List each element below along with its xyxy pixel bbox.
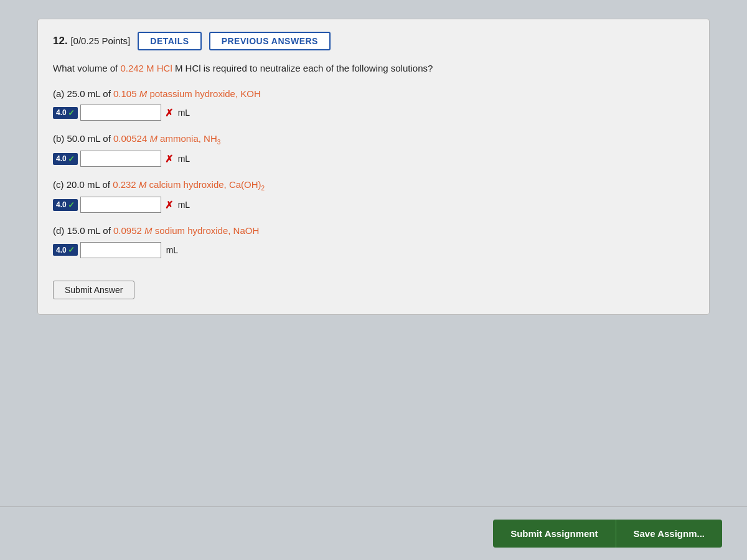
score-badge-d: 4.0 ✓ <box>53 244 78 256</box>
sub-question-d-label: (d) 15.0 mL of 0.0952 M sodium hydroxide… <box>53 224 694 238</box>
score-badge-b: 4.0 ✓ <box>53 153 78 165</box>
unit-a: mL <box>178 108 190 118</box>
sub-question-b-label: (b) 50.0 mL of 0.00524 M ammonia, NH3 <box>53 132 694 147</box>
x-mark-b: ✗ <box>165 153 173 165</box>
answer-row-a: 4.0 ✓ ✗ mL <box>53 105 694 121</box>
question-text: What volume of 0.242 M HCl M HCl is requ… <box>53 62 694 76</box>
answer-input-b[interactable] <box>80 151 161 167</box>
answer-input-c[interactable] <box>80 197 161 213</box>
sub-question-b: (b) 50.0 mL of 0.00524 M ammonia, NH3 4.… <box>53 132 694 167</box>
unit-c: mL <box>178 200 190 210</box>
sub-question-d: (d) 15.0 mL of 0.0952 M sodium hydroxide… <box>53 224 694 258</box>
x-mark-a: ✗ <box>165 107 173 119</box>
answer-input-a[interactable] <box>80 105 161 121</box>
details-button[interactable]: DETAILS <box>138 32 201 50</box>
score-badge-a: 4.0 ✓ <box>53 107 78 119</box>
sub-question-a: (a) 25.0 mL of 0.105 M potassium hydroxi… <box>53 87 694 121</box>
sub-question-c-label: (c) 20.0 mL of 0.232 M calcium hydroxide… <box>53 178 694 193</box>
save-assignment-button[interactable]: Save Assignm... <box>616 520 723 548</box>
answer-row-d: 4.0 ✓ mL <box>53 242 694 258</box>
question-card: 12. [0/0.25 Points] DETAILS PREVIOUS ANS… <box>37 19 710 315</box>
answer-row-c: 4.0 ✓ ✗ mL <box>53 197 694 213</box>
submit-assignment-button[interactable]: Submit Assignment <box>493 520 615 548</box>
unit-d: mL <box>166 245 178 255</box>
answer-input-d[interactable] <box>80 242 161 258</box>
answer-row-b: 4.0 ✓ ✗ mL <box>53 151 694 167</box>
score-badge-c: 4.0 ✓ <box>53 199 78 211</box>
previous-answers-button[interactable]: PREVIOUS ANSWERS <box>209 32 331 50</box>
sub-question-a-label: (a) 25.0 mL of 0.105 M potassium hydroxi… <box>53 87 694 101</box>
submit-answer-button[interactable]: Submit Answer <box>53 281 134 299</box>
question-number: 12. [0/0.25 Points] <box>53 35 130 47</box>
x-mark-c: ✗ <box>165 199 173 211</box>
question-header: 12. [0/0.25 Points] DETAILS PREVIOUS ANS… <box>53 32 694 50</box>
bottom-bar: Submit Assignment Save Assignm... <box>0 506 747 560</box>
unit-b: mL <box>178 154 190 164</box>
sub-question-c: (c) 20.0 mL of 0.232 M calcium hydroxide… <box>53 178 694 213</box>
